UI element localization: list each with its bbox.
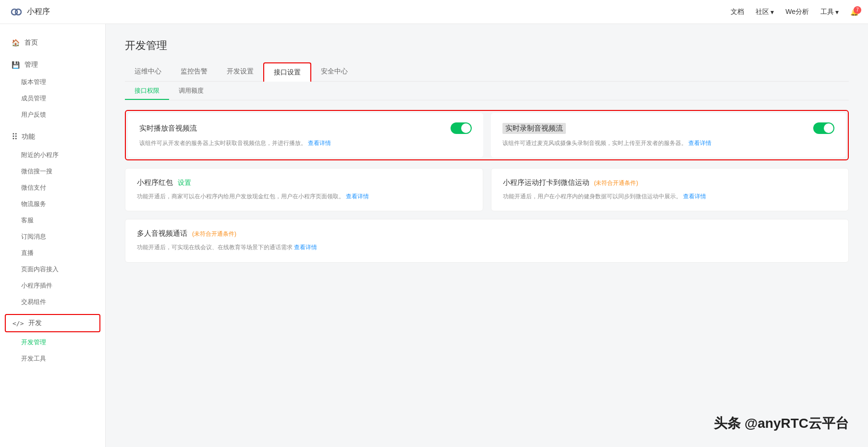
feature-title-1: 实时播放音视频流 (139, 124, 197, 133)
feature-desc-2: 该组件可通过麦克风或摄像头录制音视频，实时上传至开发者的服务器。 查看详情 (502, 139, 835, 148)
tab-interface-settings[interactable]: 接口设置 (263, 62, 311, 82)
topnav-right: 文档 社区 ▾ We分析 工具 ▾ 🔔 7 (731, 8, 858, 16)
toggle-knob-2 (824, 123, 833, 133)
toggle-realtime-audio-video[interactable] (451, 122, 472, 134)
feature-title-area-5: 多人音视频通话 (未符合开通条件) (137, 229, 236, 238)
content-area: 实时播放音视频流 该组件可从开发者的服务器上实时获取音视频信息，并进行播放。 查… (125, 110, 849, 263)
sidebar-features-header[interactable]: ⠿ 功能 (0, 127, 105, 147)
notification-bell[interactable]: 🔔 7 (850, 8, 858, 16)
normal-cards-grid: 小程序红包 设置 功能开通后，商家可以在小程序内给用户发放现金红包，用户在小程序… (125, 168, 849, 211)
top-navigation: 小程序 文档 社区 ▾ We分析 工具 ▾ 🔔 7 (0, 0, 868, 24)
sidebar-dev-header[interactable]: </> 开发 (5, 314, 100, 332)
feature-set-link-3[interactable]: 设置 (178, 179, 191, 186)
feature-desc-1: 该组件可从开发者的服务器上实时获取音视频信息，并进行播放。 查看详情 (139, 139, 472, 148)
sidebar-item-customer-service[interactable]: 客服 (0, 212, 105, 229)
sidebar-section-home: 🏠 首页 (0, 34, 105, 52)
nav-we-analysis[interactable]: We分析 (785, 8, 809, 16)
feature-title-3: 小程序红包 (137, 178, 173, 186)
tab-dev-settings[interactable]: 开发设置 (217, 62, 263, 81)
sidebar-item-logistics[interactable]: 物流服务 (0, 196, 105, 212)
feature-note-5: (未符合开通条件) (192, 230, 236, 237)
tab-monitor-alert[interactable]: 监控告警 (171, 62, 217, 81)
sidebar-item-feedback[interactable]: 用户反馈 (0, 107, 105, 123)
sidebar-item-subscribe-msg[interactable]: 订阅消息 (0, 229, 105, 245)
feature-link-2[interactable]: 查看详情 (688, 140, 711, 146)
chevron-down-icon: ▾ (770, 8, 774, 16)
sidebar-features-label: 功能 (22, 133, 35, 141)
card-header-3: 小程序红包 设置 (137, 178, 471, 187)
sidebar: 🏠 首页 💾 管理 版本管理 成员管理 用户反馈 ⠿ 功能 (0, 24, 106, 447)
subtab-interface-permission[interactable]: 接口权限 (125, 82, 169, 100)
sidebar-item-live[interactable]: 直播 (0, 245, 105, 261)
subtabs-row: 接口权限 调用额度 (125, 82, 849, 100)
sidebar-item-home[interactable]: 🏠 首页 (0, 34, 105, 52)
notification-count: 7 (854, 6, 861, 14)
feature-title-2: 实时录制音视频流 (502, 123, 566, 134)
highlighted-cards-grid: 实时播放音视频流 该组件可从开发者的服务器上实时获取音视频信息，并进行播放。 查… (128, 113, 846, 157)
features-icon: ⠿ (12, 132, 17, 142)
logo-icon (10, 5, 23, 19)
nav-docs[interactable]: 文档 (731, 8, 744, 16)
card-header-5: 多人音视频通话 (未符合开通条件) (137, 229, 837, 238)
highlighted-card-group: 实时播放音视频流 该组件可从开发者的服务器上实时获取音视频信息，并进行播放。 查… (125, 110, 849, 160)
dev-icon: </> (12, 320, 24, 327)
card-header-1: 实时播放音视频流 (139, 122, 472, 134)
feature-link-5[interactable]: 查看详情 (294, 244, 317, 251)
feature-desc-4: 功能开通后，用户在小程序内的健身数据可以同步到微信运动中展示。 查看详情 (503, 192, 837, 201)
card-multi-av-call: 多人音视频通话 (未符合开通条件) 功能开通后，可实现在线会议、在线教育等场景下… (125, 219, 849, 262)
svg-point-1 (15, 9, 21, 15)
feature-title-area-3: 小程序红包 设置 (137, 178, 191, 187)
sidebar-section-manage: 💾 管理 版本管理 成员管理 用户反馈 (0, 56, 105, 123)
sidebar-home-label: 首页 (24, 38, 38, 47)
manage-icon: 💾 (12, 61, 20, 69)
feature-desc-3: 功能开通后，商家可以在小程序内给用户发放现金红包，用户在小程序页面领取。 查看详… (137, 192, 471, 201)
sidebar-item-page-content[interactable]: 页面内容接入 (0, 261, 105, 278)
main-layout: 🏠 首页 💾 管理 版本管理 成员管理 用户反馈 ⠿ 功能 (0, 24, 868, 447)
feature-desc-5: 功能开通后，可实现在线会议、在线教育等场景下的通话需求 查看详情 (137, 243, 837, 252)
sidebar-section-features: ⠿ 功能 附近的小程序 微信搜一搜 微信支付 物流服务 客服 订阅消息 直播 (0, 127, 105, 310)
card-red-packet: 小程序红包 设置 功能开通后，商家可以在小程序内给用户发放现金红包，用户在小程序… (125, 168, 483, 211)
card-fitness: 小程序运动打卡到微信运动 (未符合开通条件) 功能开通后，用户在小程序内的健身数… (491, 168, 849, 211)
sidebar-item-dev-tools[interactable]: 开发工具 (0, 350, 105, 367)
toggle-knob-1 (461, 123, 471, 133)
feature-title-area-4: 小程序运动打卡到微信运动 (未符合开通条件) (503, 178, 638, 187)
feature-link-4[interactable]: 查看详情 (683, 193, 706, 200)
toggle-realtime-record[interactable] (813, 122, 834, 134)
sidebar-manage-header[interactable]: 💾 管理 (0, 56, 105, 74)
sidebar-item-wechat-pay[interactable]: 微信支付 (0, 180, 105, 196)
sidebar-item-dev-management[interactable]: 开发管理 (0, 334, 105, 350)
card-header-2: 实时录制音视频流 (502, 122, 835, 134)
feature-link-1[interactable]: 查看详情 (308, 140, 331, 146)
feature-link-3[interactable]: 查看详情 (346, 193, 369, 200)
card-header-4: 小程序运动打卡到微信运动 (未符合开通条件) (503, 178, 837, 187)
logo[interactable]: 小程序 (10, 5, 731, 19)
logo-text: 小程序 (27, 7, 50, 17)
sidebar-item-wechat-search[interactable]: 微信搜一搜 (0, 163, 105, 180)
feature-title-4: 小程序运动打卡到微信运动 (503, 178, 589, 186)
chevron-down-icon: ▾ (835, 8, 839, 16)
tab-ops-center[interactable]: 运维中心 (125, 62, 171, 81)
home-icon: 🏠 (12, 39, 20, 47)
tab-security-center[interactable]: 安全中心 (311, 62, 357, 81)
feature-title-5: 多人音视频通话 (137, 229, 187, 237)
main-content: 开发管理 运维中心 监控告警 开发设置 接口设置 安全中心 接口权限 调用额度 … (106, 24, 868, 447)
sidebar-item-nearby[interactable]: 附近的小程序 (0, 147, 105, 163)
tabs-row: 运维中心 监控告警 开发设置 接口设置 安全中心 (125, 62, 849, 82)
subtab-call-quota[interactable]: 调用额度 (169, 82, 213, 100)
sidebar-dev-label: 开发 (28, 319, 42, 327)
sidebar-item-trade[interactable]: 交易组件 (0, 294, 105, 310)
sidebar-item-members[interactable]: 成员管理 (0, 90, 105, 107)
card-realtime-record: 实时录制音视频流 该组件可通过麦克风或摄像头录制音视频，实时上传至开发者的服务器… (491, 113, 846, 157)
nav-tools[interactable]: 工具 ▾ (820, 8, 839, 16)
sidebar-item-plugin[interactable]: 小程序插件 (0, 278, 105, 294)
feature-note-4: (未符合开通条件) (594, 180, 638, 186)
sidebar-section-dev: </> 开发 开发管理 开发工具 (0, 314, 105, 367)
sidebar-manage-label: 管理 (24, 60, 38, 69)
card-realtime-audio-video: 实时播放音视频流 该组件可从开发者的服务器上实时获取音视频信息，并进行播放。 查… (128, 113, 483, 157)
nav-community[interactable]: 社区 ▾ (756, 8, 774, 16)
sidebar-item-version[interactable]: 版本管理 (0, 74, 105, 90)
page-title: 开发管理 (125, 38, 849, 53)
